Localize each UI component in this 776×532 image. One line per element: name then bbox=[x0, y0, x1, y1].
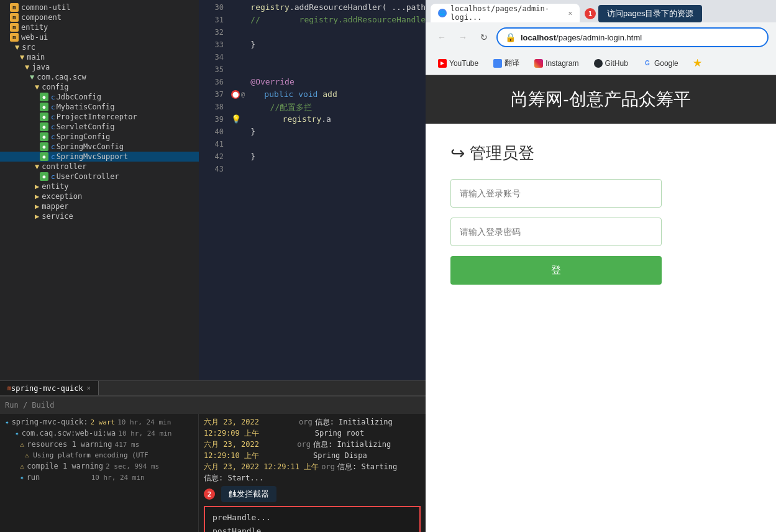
tree-item-SpringConfig[interactable]: ● c SpringConfig bbox=[0, 132, 199, 142]
username-input[interactable] bbox=[450, 179, 662, 208]
forward-button[interactable]: → bbox=[454, 29, 472, 46]
login-arrow-icon: ↪ bbox=[450, 143, 465, 163]
run-item-webui[interactable]: ✦ com.caq.scw:web-ui:wa 10 hr, 24 min bbox=[5, 428, 193, 439]
tree-item-java[interactable]: ▼ java bbox=[0, 62, 199, 72]
tree-item-ServletConfig[interactable]: ● c ServletConfig bbox=[0, 122, 199, 132]
tree-item-web-ui[interactable]: m web-ui bbox=[0, 32, 199, 42]
tab-close-btn[interactable]: × bbox=[87, 385, 91, 392]
star-icon bbox=[693, 59, 702, 68]
github-icon bbox=[594, 59, 603, 68]
code-line-40: 40 } bbox=[199, 127, 426, 139]
interceptor-output-box: preHandle... postHandle... afterCompleti… bbox=[204, 506, 421, 532]
tree-item-UserController[interactable]: ● c UserController bbox=[0, 172, 199, 181]
code-line-33: 33 } bbox=[199, 40, 426, 52]
file-tree: m common-util m component m entity m web… bbox=[0, 0, 199, 380]
module-icon: m bbox=[10, 33, 19, 42]
badge2-row: 2 触发拦截器 bbox=[204, 486, 421, 502]
bookmark-translate[interactable]: 翻译 bbox=[488, 57, 524, 70]
warn-icon-compile: ⚠ bbox=[20, 462, 24, 470]
spring-icon-uc: c bbox=[51, 173, 55, 181]
browser-tab[interactable]: 🌐 localhost/pages/admin-logi... × bbox=[431, 4, 580, 22]
browser-content: 尚筹网-创意产品众筹平 ↪ 管理员登 登 bbox=[426, 75, 776, 532]
tree-item-common-util[interactable]: m common-util bbox=[0, 2, 199, 12]
tree-item-JdbcConfig[interactable]: ● c JdbcConfig bbox=[0, 92, 199, 102]
tree-item-SpringMvcSupport[interactable]: ● c SpringMvcSupport bbox=[0, 152, 199, 162]
tab-spring-mvc-quick[interactable]: m spring-mvc-quick × bbox=[0, 381, 99, 395]
run-item-run[interactable]: ✦ run 10 hr, 24 min bbox=[5, 472, 193, 483]
java-file-icon: ● bbox=[40, 103, 48, 111]
bookmark-google[interactable]: G Google bbox=[638, 58, 683, 69]
tree-item-SpringMvcConfig[interactable]: ● c SpringMvcConfig bbox=[0, 142, 199, 152]
code-line-31: 31 // registry.addResourceHandler("*.jsp… bbox=[199, 15, 426, 27]
url-text: localhost/pages/admin-login.html bbox=[521, 33, 642, 42]
log-line-3: 六月 23, 2022 12:29:11 上午 org 信息: Starting bbox=[204, 461, 421, 472]
log-line-2: 六月 23, 2022 12:29:10 上午 org 信息: Initiali… bbox=[204, 439, 421, 461]
tree-item-component[interactable]: m component bbox=[0, 12, 199, 22]
code-line-36: 36 @Override bbox=[199, 77, 426, 89]
java-file-icon-selected: ● bbox=[40, 152, 48, 161]
spin-icon-run: ✦ bbox=[20, 474, 24, 482]
code-line-34: 34 bbox=[199, 52, 426, 65]
warn-icon-enc: ⚠ bbox=[25, 451, 29, 459]
java-file-icon: ● bbox=[40, 93, 48, 101]
tree-item-exception[interactable]: ▶ exception bbox=[0, 191, 199, 201]
password-field-wrapper bbox=[450, 218, 751, 246]
translate-icon bbox=[493, 59, 502, 68]
password-input[interactable] bbox=[450, 218, 662, 246]
code-line-35: 35 bbox=[199, 65, 426, 77]
submit-button[interactable]: 登 bbox=[450, 256, 662, 285]
badge1-container: 1 访问pages目录下的资源 bbox=[585, 5, 702, 22]
folder-open-icon-config: ▼ bbox=[35, 83, 39, 91]
log-panel: 六月 23, 2022 12:29:09 上午 org 信息: Initiali… bbox=[199, 414, 426, 532]
tree-item-service[interactable]: ▶ service bbox=[0, 211, 199, 221]
module-icon: m bbox=[10, 23, 19, 32]
web-page: 尚筹网-创意产品众筹平 ↪ 管理员登 登 bbox=[426, 75, 776, 532]
tree-item-config[interactable]: ▼ config bbox=[0, 82, 199, 92]
java-file-icon-uc: ● bbox=[40, 172, 48, 181]
warn-icon-res: ⚠ bbox=[20, 440, 24, 449]
bookmark-star[interactable] bbox=[688, 58, 707, 69]
prehandle-line: preHandle... bbox=[212, 511, 412, 525]
tree-item-entity[interactable]: m entity bbox=[0, 22, 199, 32]
spring-bean-icon-5: c bbox=[51, 133, 55, 141]
run-item-compile[interactable]: ⚠ compile 1 warning 2 sec, 994 ms bbox=[5, 461, 193, 472]
bookmark-instagram[interactable]: Instagram bbox=[529, 58, 583, 69]
run-item-resources[interactable]: ⚠ resources 1 warning 417 ms bbox=[5, 439, 193, 450]
page-header: 尚筹网-创意产品众筹平 bbox=[426, 75, 776, 124]
module-icon: m bbox=[10, 3, 19, 12]
youtube-icon: ▶ bbox=[438, 59, 447, 68]
warn-badge: 2 wart bbox=[90, 418, 115, 426]
folder-icon-controller: ▼ bbox=[35, 162, 39, 171]
url-bar[interactable]: 🔒 localhost/pages/admin-login.html bbox=[496, 27, 769, 47]
bottom-tabs: m spring-mvc-quick × bbox=[0, 380, 426, 395]
tree-item-mapper[interactable]: ▶ mapper bbox=[0, 201, 199, 211]
folder-icon-service: ▶ bbox=[35, 212, 39, 221]
spring-bean-icon-4: c bbox=[51, 123, 55, 131]
tree-item-package[interactable]: ▼ com.caq.scw bbox=[0, 72, 199, 82]
tree-item-main[interactable]: ▼ main bbox=[0, 52, 199, 62]
back-button[interactable]: ← bbox=[433, 29, 450, 46]
refresh-button[interactable]: ↻ bbox=[475, 29, 493, 46]
spring-bean-icon: c bbox=[51, 93, 55, 101]
code-line-32: 32 bbox=[199, 27, 426, 40]
gutter-breakpoint: ⬤ bbox=[231, 90, 240, 99]
code-line-41: 41 bbox=[199, 139, 426, 152]
run-item-main[interactable]: ✦ spring-mvc-quick: 2 wart 10 hr, 24 min bbox=[5, 416, 193, 428]
tree-item-ProjectInterceptor[interactable]: ● c ProjectInterceptor bbox=[0, 112, 199, 122]
bookmark-github[interactable]: GitHub bbox=[589, 58, 633, 69]
tree-item-entity-folder[interactable]: ▶ entity bbox=[0, 181, 199, 191]
console-header: Run / Build bbox=[0, 397, 426, 414]
bookmark-youtube[interactable]: ▶ YouTube bbox=[433, 58, 483, 69]
folder-open-icon-main: ▼ bbox=[20, 53, 24, 62]
globe-icon: 🌐 bbox=[439, 11, 445, 16]
google-icon: G bbox=[643, 59, 652, 68]
tree-item-MybatisConfig[interactable]: ● c MybatisConfig bbox=[0, 102, 199, 112]
console-body: ✦ spring-mvc-quick: 2 wart 10 hr, 24 min… bbox=[0, 414, 426, 532]
log-line-1: 六月 23, 2022 12:29:09 上午 org 信息: Initiali… bbox=[204, 416, 421, 439]
package-icon: ▼ bbox=[30, 73, 34, 81]
browser-tab-close[interactable]: × bbox=[568, 9, 572, 17]
code-line-37: 37 ⬤ @ public void add bbox=[199, 89, 426, 102]
tree-item-controller[interactable]: ▼ controller bbox=[0, 162, 199, 172]
browser-panel: 🌐 localhost/pages/admin-logi... × 1 访问pa… bbox=[426, 0, 776, 532]
tree-item-src[interactable]: ▼ src bbox=[0, 42, 199, 52]
